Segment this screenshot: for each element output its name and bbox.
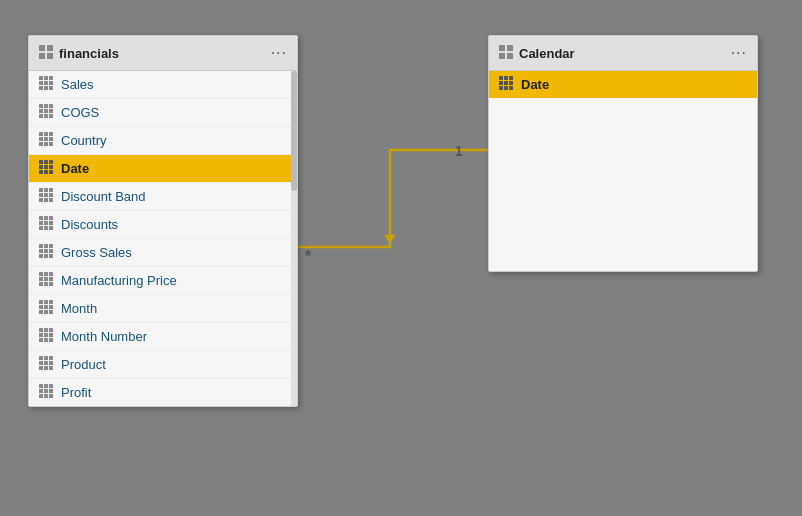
svg-rect-61: [49, 244, 53, 248]
svg-rect-41: [39, 188, 43, 192]
svg-rect-123: [499, 86, 503, 90]
svg-rect-49: [49, 198, 53, 202]
svg-rect-34: [49, 160, 53, 164]
financials-field-country[interactable]: Country: [29, 127, 297, 155]
svg-rect-122: [509, 81, 513, 85]
svg-rect-45: [44, 193, 48, 197]
svg-rect-19: [49, 109, 53, 113]
calendar-title: Calendar: [519, 46, 575, 61]
svg-rect-102: [44, 366, 48, 370]
field-grid-icon: [39, 300, 53, 317]
financials-field-month[interactable]: Month: [29, 295, 297, 323]
svg-rect-26: [39, 137, 43, 141]
svg-rect-35: [39, 165, 43, 169]
svg-rect-108: [44, 389, 48, 393]
field-label-date: Date: [521, 77, 549, 92]
svg-rect-66: [44, 254, 48, 258]
svg-rect-17: [39, 109, 43, 113]
field-label-cogs: COGS: [61, 105, 99, 120]
svg-rect-16: [49, 104, 53, 108]
svg-rect-63: [44, 249, 48, 253]
field-label-date: Date: [61, 161, 89, 176]
financials-field-month-number[interactable]: Month Number: [29, 323, 297, 351]
svg-rect-90: [44, 333, 48, 337]
svg-rect-80: [39, 305, 43, 309]
svg-rect-39: [44, 170, 48, 174]
scroll-thumb[interactable]: [291, 71, 297, 191]
field-label-gross-sales: Gross Sales: [61, 245, 132, 260]
field-grid-icon: [39, 356, 53, 373]
svg-rect-68: [39, 272, 43, 276]
svg-rect-109: [49, 389, 53, 393]
financials-body: Sales COGS Country: [29, 71, 297, 406]
svg-rect-25: [49, 132, 53, 136]
svg-rect-48: [44, 198, 48, 202]
svg-rect-99: [44, 361, 48, 365]
svg-rect-21: [44, 114, 48, 118]
svg-rect-91: [49, 333, 53, 337]
field-label-country: Country: [61, 133, 107, 148]
financials-field-gross-sales[interactable]: Gross Sales: [29, 239, 297, 267]
svg-rect-42: [44, 188, 48, 192]
svg-rect-27: [44, 137, 48, 141]
svg-rect-110: [39, 394, 43, 398]
svg-rect-13: [49, 86, 53, 90]
field-label-discount-band: Discount Band: [61, 189, 146, 204]
svg-rect-43: [49, 188, 53, 192]
svg-rect-40: [49, 170, 53, 174]
svg-rect-47: [39, 198, 43, 202]
financials-field-discounts[interactable]: Discounts: [29, 211, 297, 239]
svg-rect-94: [49, 338, 53, 342]
relation-one-label: 1: [455, 143, 463, 159]
financials-field-discount-band[interactable]: Discount Band: [29, 183, 297, 211]
svg-rect-88: [49, 328, 53, 332]
svg-rect-58: [49, 226, 53, 230]
svg-rect-67: [49, 254, 53, 258]
svg-rect-72: [44, 277, 48, 281]
svg-rect-28: [49, 137, 53, 141]
field-grid-icon: [39, 188, 53, 205]
svg-rect-86: [39, 328, 43, 332]
scroll-track[interactable]: [291, 71, 297, 406]
financials-field-profit[interactable]: Profit: [29, 379, 297, 406]
svg-rect-98: [39, 361, 43, 365]
svg-rect-113: [499, 45, 505, 51]
field-grid-icon: [39, 384, 53, 401]
financials-field-sales[interactable]: Sales: [29, 71, 297, 99]
svg-rect-15: [44, 104, 48, 108]
calendar-header: Calendar ···: [489, 36, 757, 71]
financials-field-manufacturing-price[interactable]: Manufacturing Price: [29, 267, 297, 295]
svg-rect-103: [49, 366, 53, 370]
svg-rect-53: [39, 221, 43, 225]
field-label-profit: Profit: [61, 385, 91, 400]
svg-rect-7: [49, 76, 53, 80]
field-grid-icon: [39, 216, 53, 233]
svg-rect-116: [507, 53, 513, 59]
financials-field-cogs[interactable]: COGS: [29, 99, 297, 127]
svg-rect-118: [504, 76, 508, 80]
svg-rect-92: [39, 338, 43, 342]
svg-rect-114: [507, 45, 513, 51]
svg-rect-51: [44, 216, 48, 220]
field-grid-icon: [39, 272, 53, 289]
financials-field-product[interactable]: Product: [29, 351, 297, 379]
svg-rect-84: [44, 310, 48, 314]
calendar-field-date[interactable]: Date: [489, 71, 757, 98]
svg-rect-111: [44, 394, 48, 398]
financials-menu-button[interactable]: ···: [271, 44, 287, 62]
svg-rect-74: [39, 282, 43, 286]
svg-rect-119: [509, 76, 513, 80]
svg-rect-97: [49, 356, 53, 360]
financials-field-date[interactable]: Date: [29, 155, 297, 183]
field-grid-icon: [39, 160, 53, 177]
field-label-discounts: Discounts: [61, 217, 118, 232]
svg-rect-69: [44, 272, 48, 276]
svg-rect-29: [39, 142, 43, 146]
svg-rect-121: [504, 81, 508, 85]
field-grid-icon: [39, 104, 53, 121]
svg-rect-36: [44, 165, 48, 169]
calendar-menu-button[interactable]: ···: [731, 44, 747, 62]
svg-rect-55: [49, 221, 53, 225]
svg-rect-31: [49, 142, 53, 146]
financials-fields: Sales COGS Country: [29, 71, 297, 406]
